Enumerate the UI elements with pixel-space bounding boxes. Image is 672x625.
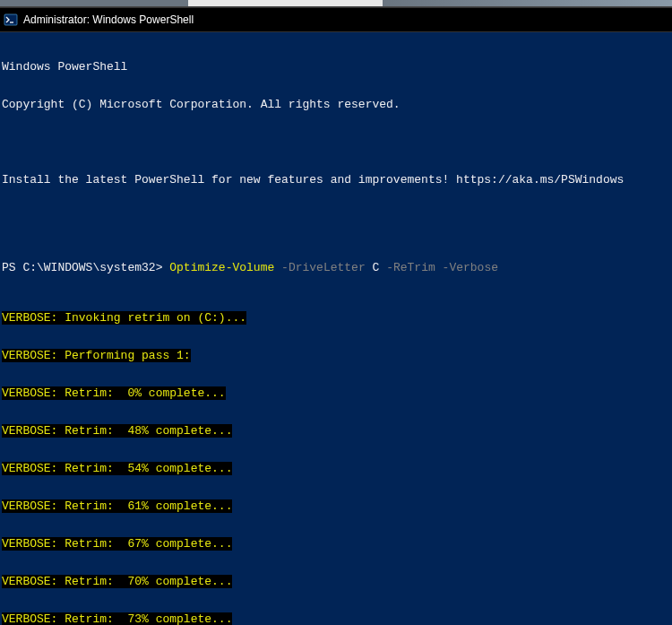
verbose-progress: VERBOSE: Retrim: 0% complete... [2,387,670,400]
command-name: Optimize-Volume [169,261,274,274]
titlebar-text: Administrator: Windows PowerShell [23,13,194,26]
powershell-icon [4,13,18,27]
verbose-progress: VERBOSE: Retrim: 70% complete... [2,576,670,588]
verbose-progress: VERBOSE: Retrim: 48% complete... [2,425,670,438]
powershell-window: Administrator: Windows PowerShell Window… [0,0,672,625]
verbose-line: VERBOSE: Invoking retrim on (C:)... [2,312,670,325]
prompt-text: PS C:\WINDOWS\system32> [2,261,162,274]
param: -DriveLetter [281,261,366,274]
background-edge [0,0,672,7]
terminal-body[interactable]: Windows PowerShell Copyright (C) Microso… [0,32,672,625]
param: -Verbose [443,261,498,274]
param: -ReTrim [386,261,435,274]
arg: C [373,261,380,274]
verbose-progress: VERBOSE: Retrim: 54% complete... [2,463,670,475]
header-line: Install the latest PowerShell for new fe… [2,174,670,187]
verbose-line: VERBOSE: Performing pass 1: [2,350,670,362]
blank-line [2,136,670,149]
header-line: Copyright (C) Microsoft Corporation. All… [2,99,670,111]
blank-line [2,212,670,224]
command-line: PS C:\WINDOWS\system32> Optimize-Volume … [2,262,670,274]
verbose-progress: VERBOSE: Retrim: 61% complete... [2,500,670,513]
titlebar[interactable]: Administrator: Windows PowerShell [0,7,672,32]
verbose-progress: VERBOSE: Retrim: 67% complete... [2,538,670,551]
header-line: Windows PowerShell [2,61,670,74]
verbose-progress: VERBOSE: Retrim: 73% complete... [2,613,670,625]
svg-rect-0 [4,14,17,25]
